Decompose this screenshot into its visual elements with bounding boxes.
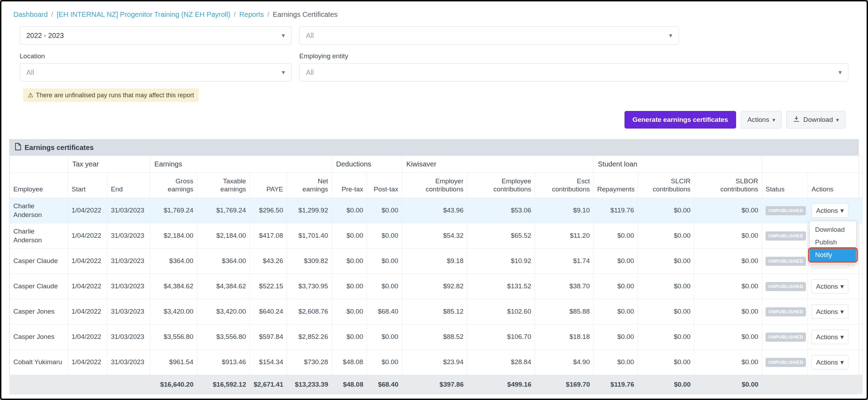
col-ks-employer: Employer contributions	[402, 173, 467, 198]
group-student-loan: Student loan	[594, 156, 762, 173]
cell-esct: $11.20	[535, 223, 594, 249]
tax-year-value: 2022 - 2023	[26, 32, 64, 40]
cell-pre-tax: $0.00	[332, 223, 367, 249]
location-label: Location	[20, 52, 292, 60]
cell-taxable: $2,184.00	[197, 223, 250, 249]
cell-gross: $4,384.62	[150, 274, 197, 299]
menu-item-publish[interactable]: Publish	[810, 236, 856, 249]
row-actions-button[interactable]: Actions▾	[812, 304, 848, 319]
cell-end: 31/03/2023	[107, 299, 150, 324]
menu-item-download[interactable]: Download	[810, 223, 856, 236]
cell-ks-employee: $10.92	[467, 249, 535, 274]
cell-end: 31/03/2023	[107, 350, 150, 375]
cell-ks-employer: $92.82	[402, 274, 467, 299]
cell-esct: $1.74	[535, 249, 594, 274]
cell-slcir: $0.00	[638, 198, 694, 223]
chevron-down-icon: ▾	[840, 206, 844, 215]
earnings-certificates-table: Tax year Earnings Deductions Kiwisaver S…	[9, 156, 863, 394]
menu-item-notify[interactable]: Notify	[810, 249, 856, 261]
chevron-down-icon: ▾	[840, 282, 844, 290]
cell-esct: $85.88	[535, 299, 594, 324]
breadcrumb-dashboard[interactable]: Dashboard	[13, 11, 48, 18]
cell-post-tax: $0.00	[367, 324, 402, 350]
group-earnings: Earnings	[150, 156, 332, 173]
status-badge: UNPUBLISHED	[766, 307, 806, 317]
totals-blank	[10, 375, 150, 394]
cell-employee: Casper Claude	[10, 274, 68, 299]
group-kiwisaver: Kiwisaver	[402, 156, 594, 173]
group-blank	[10, 156, 68, 173]
employing-entity-select[interactable]: All ▾	[299, 63, 848, 81]
row-actions-button[interactable]: Actions▾	[812, 330, 848, 344]
cell-repayments: $0.00	[594, 299, 638, 324]
cell-paye: $597.84	[250, 324, 287, 350]
row-actions-button[interactable]: Actions▾	[812, 279, 848, 294]
breadcrumb-separator: /	[51, 11, 53, 18]
cell-end: 31/03/2023	[107, 274, 150, 299]
row-actions-label: Actions	[816, 359, 838, 366]
breadcrumb-separator: /	[267, 11, 269, 18]
cell-pre-tax: $0.00	[332, 249, 367, 274]
toolbar: Generate earnings certificates Actions ▾…	[1, 111, 846, 129]
toolbar-actions-button[interactable]: Actions ▾	[741, 111, 782, 129]
col-pre-tax: Pre-tax	[332, 173, 367, 198]
generate-earnings-certificates-button[interactable]: Generate earnings certificates	[625, 111, 736, 129]
chevron-down-icon: ▾	[840, 308, 844, 316]
cell-status: UNPUBLISHED	[762, 274, 808, 299]
cell-repayments: $0.00	[594, 350, 638, 375]
total-repayments: $119.76	[594, 375, 638, 394]
cell-status: UNPUBLISHED	[762, 198, 808, 223]
cell-paye: $43.26	[250, 249, 287, 274]
total-post-tax: $68.40	[367, 375, 402, 394]
cell-end: 31/03/2023	[107, 324, 150, 350]
total-ks-employee: $499.16	[467, 375, 535, 394]
toolbar-download-button[interactable]: Download ▾	[786, 111, 846, 129]
col-end: End	[107, 173, 150, 198]
cell-ks-employee: $102.60	[467, 299, 535, 324]
total-esct: $169.70	[535, 375, 594, 394]
row-actions-button[interactable]: Actions▾	[812, 355, 848, 369]
chevron-down-icon: ▾	[282, 68, 285, 76]
col-paye: PAYE	[250, 173, 287, 198]
unfinalised-payruns-warning: ⚠There are unfinalised pay runs that may…	[23, 88, 199, 102]
cell-esct: $9.10	[535, 198, 594, 223]
cell-gross: $961.54	[150, 350, 197, 375]
cell-status: UNPUBLISHED	[762, 249, 808, 274]
breadcrumb-reports[interactable]: Reports	[239, 11, 264, 18]
cell-slbor: $0.00	[694, 223, 762, 249]
cell-net: $2,608.76	[287, 299, 332, 324]
cell-ks-employee: $106.70	[467, 324, 535, 350]
cell-ks-employer: $88.52	[402, 324, 467, 350]
row-actions-button[interactable]: Actions▾	[812, 203, 848, 218]
chevron-down-icon: ▾	[840, 333, 844, 341]
cell-start: 1/04/2022	[68, 198, 107, 223]
cell-actions: Actions▾	[808, 350, 863, 375]
cell-start: 1/04/2022	[68, 350, 107, 375]
cell-taxable: $913.46	[197, 350, 250, 375]
earnings-certificates-panel: Earnings certificates Tax year Earnings …	[9, 139, 859, 394]
cell-esct: $38.70	[535, 274, 594, 299]
breadcrumb-business[interactable]: [EH INTERNAL NZ] Progenitor Training (NZ…	[56, 11, 230, 18]
chevron-down-icon: ▾	[839, 68, 842, 76]
status-badge: UNPUBLISHED	[766, 206, 806, 216]
cell-start: 1/04/2022	[68, 223, 107, 249]
cell-start: 1/04/2022	[68, 249, 107, 274]
actions-label: Actions	[747, 116, 769, 124]
menu-item-notify-label: Notify	[815, 251, 832, 258]
document-icon	[15, 143, 21, 152]
employing-entity-value: All	[306, 68, 314, 77]
breadcrumb: Dashboard/[EH INTERNAL NZ] Progenitor Tr…	[1, 1, 867, 19]
col-net: Net earnings	[287, 173, 332, 198]
employee-filter-value: All	[306, 32, 314, 40]
cell-start: 1/04/2022	[68, 274, 107, 299]
employee-filter-select[interactable]: All ▾	[299, 26, 679, 45]
cell-post-tax: $0.00	[367, 274, 402, 299]
location-select[interactable]: All ▾	[20, 63, 292, 81]
col-repayments: Repayments	[594, 173, 638, 198]
cell-net: $3,730.95	[287, 274, 332, 299]
col-status: Status	[762, 173, 808, 198]
tax-year-select[interactable]: 2022 - 2023 ▾	[20, 26, 292, 45]
cell-taxable: $3,556.80	[197, 324, 250, 350]
status-badge: UNPUBLISHED	[766, 257, 806, 266]
app-window: Dashboard/[EH INTERNAL NZ] Progenitor Tr…	[0, 0, 868, 400]
